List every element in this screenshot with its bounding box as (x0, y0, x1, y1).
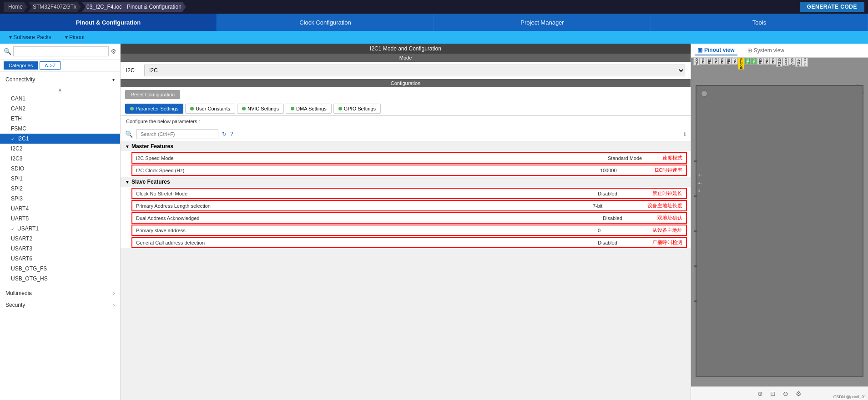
dot-dma (291, 107, 294, 110)
pin-numbers-left: 3- 4- 5- (698, 173, 701, 193)
tab-parameter-settings[interactable]: Parameter Settings (125, 104, 183, 114)
bottom-toolbar: ⊕ ⊡ ⊖ ⚙ CSDN @printf_01 (691, 386, 868, 400)
pin-pb7[interactable]: PB7 (732, 58, 738, 65)
configure-text: Configure the below parameters : (121, 116, 691, 127)
param-row-clock-speed: I2C Clock Speed (Hz) 100000 I2C时钟速率 (131, 165, 687, 176)
generate-code-button[interactable]: GENERATE CODE (800, 2, 864, 12)
sidebar-item-uart5[interactable]: UART5 (0, 214, 120, 224)
config-panel: I2C1 Mode and Configuration Mode I2C I2C… (121, 44, 691, 248)
refresh-icon[interactable]: ↻ (222, 131, 227, 137)
pin-vdd[interactable]: VDD (693, 58, 700, 65)
tab-user-constants[interactable]: User Constants (185, 104, 235, 114)
mode-section-label: Mode (121, 54, 691, 62)
settings-icon-bottom[interactable]: ⚙ (796, 390, 802, 397)
active-dot (130, 107, 134, 110)
left-pins (694, 144, 697, 318)
sidebar-item-spi2[interactable]: SPI2 (0, 184, 120, 194)
scroll-up-button[interactable]: ▲ (0, 85, 120, 94)
arrow-down-slave-icon: ▼ (125, 180, 130, 185)
tab-tools[interactable]: Tools (651, 14, 868, 31)
chevron-down-icon: ▾ (112, 77, 115, 82)
sidebar-item-i2c1[interactable]: ✓ I2C1 (0, 134, 120, 144)
sidebar-item-usart2[interactable]: USART2 (0, 234, 120, 244)
help-icon[interactable]: ? (230, 131, 233, 137)
fit-icon[interactable]: ⊡ (770, 390, 776, 397)
config-section-label: Configuration (121, 79, 691, 87)
sidebar-item-uart4[interactable]: UART4 (0, 204, 120, 214)
sidebar-item-eth[interactable]: ETH (0, 114, 120, 124)
pin-gnd[interactable]: GND (782, 58, 789, 66)
pin-pg13[interactable]: PG13 (802, 58, 808, 67)
panel-title: I2C1 Mode and Configuration (121, 44, 691, 54)
pin-pb3[interactable]: PB3 (770, 58, 776, 65)
chevron-right-icon: › (113, 291, 115, 296)
sidebar-item-spi1[interactable]: SPI1 (0, 174, 120, 184)
tab-gpio-settings[interactable]: GPIO Settings (333, 104, 381, 114)
i2c-mode-select[interactable]: I2C Disabled SMBus-Alert-mode (144, 65, 685, 76)
pin-pb7-2[interactable]: PB7 (751, 58, 757, 65)
tab-project-manager[interactable]: Project Manager (434, 14, 651, 31)
category-connectivity[interactable]: Connectivity ▾ (0, 74, 120, 85)
pin-pb4[interactable]: PB4 (763, 58, 770, 65)
tab-system-view[interactable]: ⊞ System view (745, 45, 787, 55)
param-row-dual-address: Dual Address Acknowledged Disabled 双地址确认 (131, 212, 687, 224)
reset-configuration-button[interactable]: Reset Configuration (125, 90, 180, 99)
sidebar-item-i2c3[interactable]: I2C3 (0, 154, 120, 164)
param-row-general-call: General Call address detection Disabled … (131, 237, 687, 248)
settings-icon[interactable]: ⚙ (111, 48, 116, 55)
pin-pg15[interactable]: PG15 (776, 58, 782, 67)
sidebar-item-usart1[interactable]: ✓ USART1 (0, 224, 120, 234)
chip-notch (701, 90, 707, 97)
pin-pb8-2[interactable]: PB8 (725, 58, 732, 65)
parameter-tabs: Parameter Settings User Constants NVIC S… (121, 102, 691, 115)
sidebar-item-can2[interactable]: CAN2 (0, 104, 120, 114)
sidebar-item-usart3[interactable]: USART3 (0, 244, 120, 254)
pin-pg14[interactable]: PG14 (795, 58, 802, 67)
sidebar-item-spi3[interactable]: SPI3 (0, 194, 120, 204)
subtab-software-packs[interactable]: ▾ Software Packs (9, 34, 51, 40)
master-features-group[interactable]: ▼ Master Features (121, 141, 691, 151)
az-tab-button[interactable]: A->Z (40, 61, 61, 70)
tab-clock-configuration[interactable]: Clock Configuration (217, 14, 434, 31)
pin-pb6[interactable]: PB6 (744, 58, 751, 65)
pin-vss[interactable]: VSS (789, 58, 795, 65)
chip-body: 3- 4- 5- (696, 85, 863, 377)
grid-icon: ⊞ (747, 47, 752, 54)
categories-tab-button[interactable]: Categories (4, 61, 38, 70)
subtab-pinout[interactable]: ▾ Pinout (65, 34, 85, 40)
dot-user-constants (190, 107, 194, 110)
tab-pinout-view[interactable]: ▣ Pinout view (695, 45, 737, 55)
tab-pinout-configuration[interactable]: Pinout & Configuration (0, 14, 217, 31)
tab-dma-settings[interactable]: DMA Settings (286, 104, 332, 114)
breadcrumb-chip[interactable]: STM32F407ZGTx (28, 2, 81, 12)
zoom-in-icon[interactable]: ⊕ (757, 390, 763, 397)
sidebar-item-can1[interactable]: CAN1 (0, 94, 120, 104)
breadcrumb-file[interactable]: 03_I2C_F4.ioc - Pinout & Configuration (82, 2, 186, 12)
config-toolbar: Reset Configuration (121, 87, 691, 102)
view-tabs: ▣ Pinout view ⊞ System view (691, 44, 868, 58)
sidebar-item-i2c2[interactable]: I2C2 (0, 144, 120, 154)
pin-pb5[interactable]: PB5 (757, 58, 763, 65)
dot-gpio (338, 107, 342, 110)
breadcrumb-home[interactable]: Home (4, 2, 27, 12)
pin-pe0[interactable]: PE0 (712, 58, 719, 65)
center-content: I2C1 Mode and Configuration Mode I2C I2C… (121, 44, 691, 400)
sidebar-item-usb-otg-hs[interactable]: USB_OTG_HS (0, 274, 120, 284)
zoom-out-icon[interactable]: ⊖ (783, 390, 788, 397)
param-search-input[interactable] (136, 129, 218, 139)
pin-pb9-1[interactable]: PB9 (719, 58, 725, 65)
pin-pb8-1[interactable]: PB8 (700, 58, 706, 65)
pin-boot0[interactable]: BOOT0 (738, 58, 744, 70)
sidebar-item-usb-otg-fs[interactable]: USB_OTG_FS (0, 264, 120, 274)
sidebar-item-usart6[interactable]: USART6 (0, 254, 120, 264)
info-icon[interactable]: ℹ (684, 131, 686, 137)
category-multimedia[interactable]: Multimedia › (0, 287, 120, 299)
slave-features-group[interactable]: ▼ Slave Features (121, 177, 691, 187)
search-input[interactable] (13, 46, 109, 56)
sidebar-item-sdio[interactable]: SDIO (0, 164, 120, 174)
param-row-clock-no-stretch: Clock No Stretch Mode Disabled 禁止时钟延长 (131, 188, 687, 199)
tab-nvic-settings[interactable]: NVIC Settings (237, 104, 284, 114)
sidebar-item-fsmc[interactable]: FSMC (0, 124, 120, 134)
category-security[interactable]: Security › (0, 299, 120, 311)
pin-pe1[interactable]: PE1 (706, 58, 712, 65)
